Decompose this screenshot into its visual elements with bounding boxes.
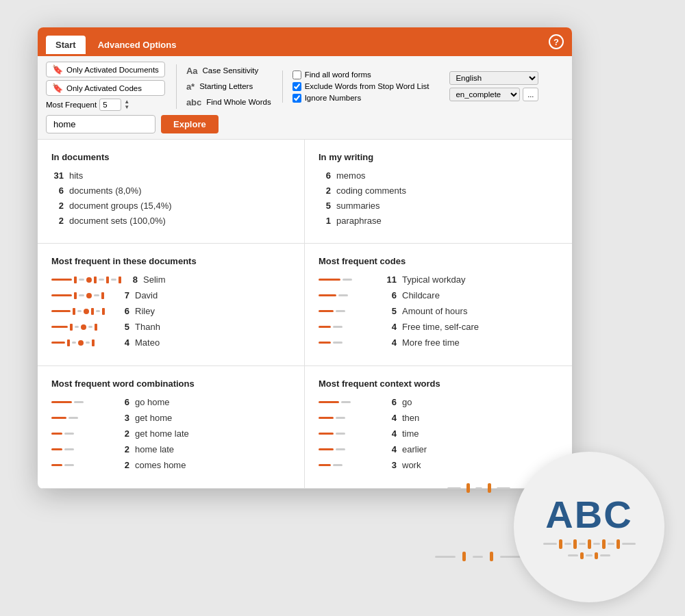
freq-home-late: 2 home late [51,444,290,454]
mateo-label: Mateo [135,337,160,348]
bar-seg [64,464,74,466]
bar-seg [51,448,62,450]
get-home-late-num: 2 [119,428,129,439]
get-home-bar [51,417,113,419]
selim-bar [51,277,121,283]
starting-letters-btn[interactable]: a* Starting Letters [186,80,271,93]
bar-seg [341,401,351,403]
stat-memos-num: 6 [319,170,331,181]
go-bar [319,401,380,403]
explore-button[interactable]: Explore [161,115,219,133]
abc-tick [559,539,562,549]
most-frequent-codes-cell: Most frequent codes 11 Typical workday 6… [305,244,572,366]
more-free-time-label: More free time [402,337,460,348]
stat-coding-comments-num: 2 [319,185,331,196]
most-frequent-label: Most Frequent [46,101,97,109]
abc-tick [595,552,598,559]
bar-seg [319,433,334,435]
bar-seg [319,464,331,466]
only-activated-codes-button[interactable]: 🔖 Only Activated Codes [46,80,165,96]
help-icon[interactable]: ? [549,34,564,49]
starting-letters-icon: a* [186,81,195,92]
go-home-label: go home [135,397,170,407]
bar-dot [86,293,92,298]
exclude-stop-words-checkbox[interactable] [292,82,301,91]
bar-tick [67,339,70,346]
david-label: David [135,290,158,300]
ignore-numbers-checkbox[interactable] [292,94,301,103]
bar-seg [51,326,68,328]
only-activated-docs-button[interactable]: 🔖 Only Activated Documents [46,62,165,77]
freq-earlier: 4 earlier [319,444,558,454]
stat-doc-sets-num: 2 [51,216,64,226]
freq-childcare: 6 Childcare [319,290,558,300]
bar-seg [51,294,72,296]
search-input[interactable] [46,115,155,133]
mateo-bar [51,339,113,346]
toolbar-col-language: English en_complete ... [440,71,538,101]
stat-doc-groups-label: document groups (15,4%) [69,201,172,211]
tab-start[interactable]: Start [46,36,86,54]
deco-tick [488,483,491,493]
case-sensitivity-label: Case Sensitivity [203,66,259,75]
stat-paraphrase-label: paraphrase [336,216,382,226]
typical-workday-bar [319,279,380,281]
abc-tick [573,539,577,549]
tab-advanced-options[interactable]: Advanced Options [88,36,186,54]
bar-seg [68,417,78,419]
selim-num: 8 [127,274,138,285]
spin-down[interactable]: ▼ [124,105,129,110]
bar-seg [319,326,331,328]
freq-go-home: 6 go home [51,397,290,407]
abc-tick [616,539,620,549]
in-my-writing-title: In my writing [319,152,558,162]
language-variant-select[interactable]: en_complete [449,88,520,101]
comes-home-bar [51,464,113,466]
freq-free-time-self-care: 4 Free time, self-care [319,322,558,332]
home-late-num: 2 [119,444,129,454]
get-home-late-label: get home late [135,428,189,439]
deco-tick [466,483,470,493]
freq-thanh: 5 Thanh [51,322,290,332]
abc-text: ABC [545,496,632,534]
find-all-word-forms-checkbox[interactable] [292,70,301,79]
get-home-label: get home [135,413,172,423]
deco-ticks-left [447,483,510,493]
bar-seg [342,279,352,281]
thanh-num: 5 [119,322,129,332]
word-combinations-cell: Most frequent word combinations 6 go hom… [38,366,305,489]
find-whole-words-label: Find Whole Words [206,98,271,106]
case-sensitivity-btn[interactable]: Aa Case Sensitivity [186,64,271,77]
bar-seg [336,448,345,450]
thanh-bar [51,324,113,331]
in-documents-title: In documents [51,152,290,162]
freq-mateo: 4 Mateo [51,337,290,348]
language-dots-button[interactable]: ... [523,88,538,101]
comes-home-num: 2 [119,460,129,470]
time-num: 4 [386,428,397,439]
bar-seg [319,417,334,419]
find-whole-words-btn[interactable]: abc Find Whole Words [186,96,271,109]
context-words-cell: Most frequent context words 6 go 4 then [305,366,572,489]
deco-line [473,556,483,558]
home-late-bar [51,448,113,450]
bar-seg [319,401,339,403]
abc-line-seg [622,543,636,545]
freq-then: 4 then [319,413,558,423]
deco-line [497,487,510,489]
abc-tick [602,539,606,549]
bar-tick [73,308,75,315]
abc-bars [543,539,636,559]
ignore-numbers-label: Ignore Numbers [305,94,361,102]
freq-amount-hours: 5 Amount of hours [319,306,558,316]
go-home-num: 6 [119,397,129,407]
freq-time: 4 time [319,428,558,439]
most-frequent-docs-title: Most frequent in these documents [51,256,290,266]
word-combinations-title: Most frequent word combinations [51,378,290,389]
bar-tick [101,292,104,299]
mateo-num: 4 [119,337,129,348]
most-frequent-input[interactable] [99,99,121,111]
bar-seg [64,433,74,435]
language-select[interactable]: English [449,71,538,85]
abc-line-seg [543,543,557,545]
